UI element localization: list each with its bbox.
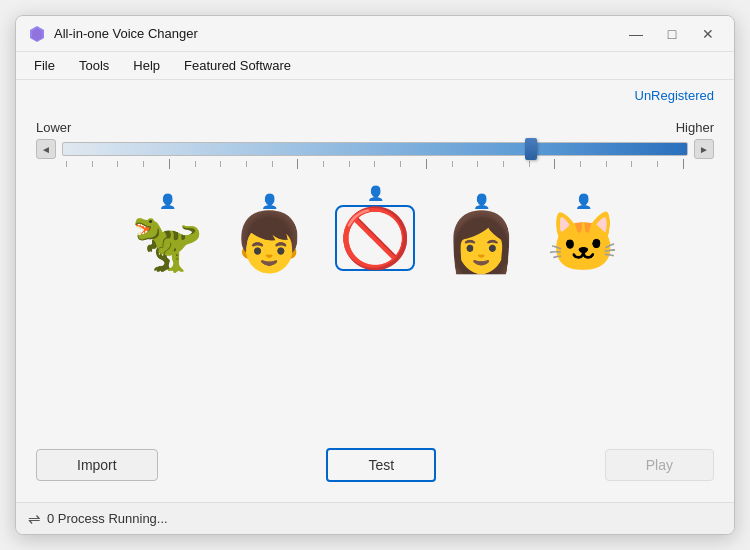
character-emoji-dragon: 🦖 [131,213,203,271]
tick-marks [62,159,688,169]
characters-section: 👤 🦖 👤 👦 👤 🚫 👤 👩 👤 🐱 [36,185,714,281]
person-icon-none: 👤 [367,185,384,201]
pitch-slider-section: Lower Higher ◄ ► [36,120,714,169]
person-icon-dragon: 👤 [159,193,176,209]
slider-wrapper[interactable] [62,139,688,159]
character-emoji-none: 🚫 [335,205,415,271]
close-button[interactable]: ✕ [694,20,722,48]
main-content: UnRegistered Lower Higher ◄ ► [16,80,734,428]
person-icon-man: 👤 [261,193,278,209]
title-bar: All-in-one Voice Changer — □ ✕ [16,16,734,52]
menu-help[interactable]: Help [123,54,170,77]
status-icon: ⇌ [28,510,41,528]
unregistered-label[interactable]: UnRegistered [635,88,715,103]
character-emoji-cat: 🐱 [547,213,619,271]
status-bar: ⇌ 0 Process Running... [16,502,734,534]
slider-right-arrow[interactable]: ► [694,139,714,159]
play-button[interactable]: Play [605,449,714,481]
status-text: 0 Process Running... [47,511,168,526]
maximize-button[interactable]: □ [658,20,686,48]
slider-track[interactable] [62,142,688,156]
import-button[interactable]: Import [36,449,158,481]
lower-label: Lower [36,120,71,135]
menu-tools[interactable]: Tools [69,54,119,77]
slider-thumb[interactable] [525,138,537,160]
window-controls: — □ ✕ [622,20,722,48]
character-woman[interactable]: 👤 👩 [445,193,517,271]
menu-featured-software[interactable]: Featured Software [174,54,301,77]
window-title: All-in-one Voice Changer [54,26,622,41]
character-dragon[interactable]: 👤 🦖 [131,193,203,271]
character-man[interactable]: 👤 👦 [233,193,305,271]
person-icon-cat: 👤 [575,193,592,209]
character-none[interactable]: 👤 🚫 [335,185,415,271]
minimize-button[interactable]: — [622,20,650,48]
slider-labels: Lower Higher [36,120,714,135]
app-icon [28,25,46,43]
person-icon-woman: 👤 [473,193,490,209]
character-cat[interactable]: 👤 🐱 [547,193,619,271]
menu-file[interactable]: File [24,54,65,77]
main-window: All-in-one Voice Changer — □ ✕ File Tool… [15,15,735,535]
buttons-section: Import Test Play [16,428,734,502]
character-emoji-woman: 👩 [445,213,517,271]
higher-label: Higher [676,120,714,135]
slider-left-arrow[interactable]: ◄ [36,139,56,159]
slider-track-container: ◄ ► [36,139,714,159]
menu-bar: File Tools Help Featured Software [16,52,734,80]
test-button[interactable]: Test [326,448,436,482]
character-emoji-man: 👦 [233,213,305,271]
